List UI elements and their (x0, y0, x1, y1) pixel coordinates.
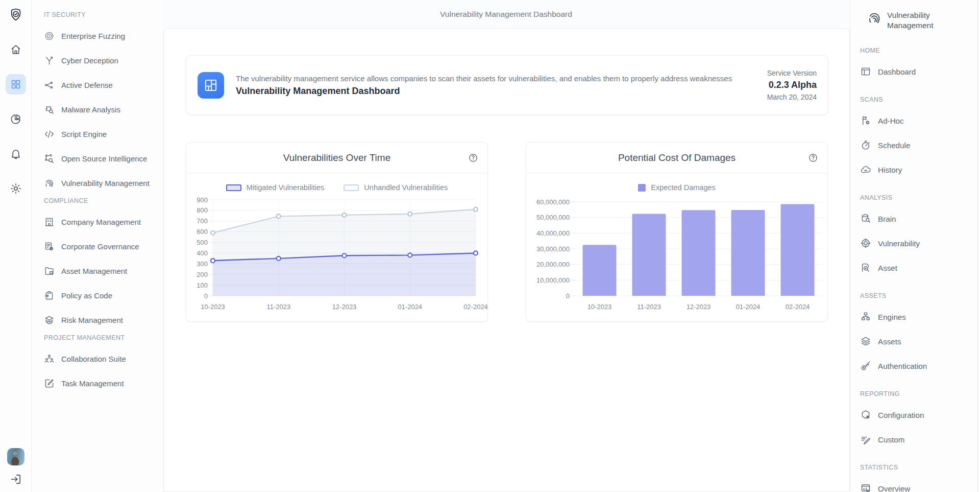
rail-settings-gear-icon[interactable] (10, 182, 22, 195)
svg-text:300: 300 (197, 260, 208, 268)
svg-text:40,000,000: 40,000,000 (536, 229, 570, 237)
app-logo-shield-icon (8, 7, 23, 22)
clipboard-arrow-icon (44, 290, 55, 301)
sidebar-item-cyber-deception[interactable]: Cyber Deception (44, 48, 162, 73)
svg-text:60,000,000: 60,000,000 (536, 198, 570, 206)
rsidebar-item-vulnerability[interactable]: Vulnerability (860, 231, 980, 255)
svg-text:400: 400 (197, 249, 208, 257)
rsidebar-item-custom[interactable]: Custom (860, 427, 980, 452)
potential-cost-of-damages-card: Potential Cost Of Damages Expected Damag… (526, 142, 828, 322)
rsidebar-item-configuration[interactable]: Configuration (860, 403, 980, 427)
rsidebar-item-label: Dashboard (878, 67, 916, 76)
logout-icon[interactable] (9, 473, 22, 486)
rsidebar-item-label: Configuration (878, 411, 924, 419)
left-sidebar: IT SECURITYEnterprise FuzzingCyber Decep… (32, 0, 162, 492)
sidebar-item-policy-as-code[interactable]: Policy as Code (44, 283, 162, 308)
sidebar-item-active-defense[interactable]: Active Defense (44, 73, 162, 97)
dashboard-tile-icon (198, 72, 224, 99)
sidebar-item-enterprise-fuzzing[interactable]: Enterprise Fuzzing (44, 24, 162, 48)
svg-text:20,000,000: 20,000,000 (536, 261, 570, 268)
building-icon (44, 217, 55, 227)
help-icon[interactable] (808, 153, 818, 163)
svg-text:01-2024: 01-2024 (398, 303, 422, 311)
service-description: The vulnerability management service all… (236, 74, 732, 83)
rsidebar-item-overview[interactable]: Overview (860, 476, 980, 492)
right-sidebar-title: Vulnerability Management (887, 10, 948, 31)
rail-dashboard-grid-icon[interactable] (6, 74, 26, 95)
main-panel: The vulnerability management service all… (163, 28, 850, 492)
rail-home-home-icon[interactable] (10, 43, 22, 56)
code-icon (44, 129, 55, 139)
sidebar-item-open-source-intelligence[interactable]: Open Source Intelligence (44, 146, 162, 171)
rsidebar-section-label: SCANS (860, 94, 980, 105)
fingerprint-icon (867, 10, 882, 26)
sidebar-item-label: Open Source Intelligence (61, 154, 147, 163)
rsidebar-section-label: REPORTING (860, 388, 980, 400)
legend-swatch (638, 184, 646, 192)
branch-icon (44, 55, 55, 66)
svg-text:100: 100 (197, 282, 208, 289)
rsidebar-item-engines[interactable]: Engines (860, 304, 980, 329)
sidebar-section-label: COMPLIANCE (44, 195, 162, 206)
rsidebar-item-asset[interactable]: Asset (860, 255, 980, 280)
rsidebar-item-dashboard[interactable]: Dashboard (860, 59, 980, 84)
sidebar-item-label: Risk Management (61, 316, 123, 324)
doc-gear-icon (44, 241, 55, 252)
hierarchy-icon (860, 311, 871, 322)
rsidebar-item-label: Schedule (878, 141, 910, 150)
info-card-text: The vulnerability management service all… (236, 74, 732, 97)
rsidebar-item-label: Engines (878, 313, 906, 321)
svg-text:12-2023: 12-2023 (687, 303, 711, 311)
rsidebar-section-label: STATISTICS (860, 462, 980, 473)
rsidebar-item-authentication[interactable]: Authentication (860, 354, 980, 378)
legend-swatch (226, 184, 241, 191)
legend-item[interactable]: Expected Damages (638, 183, 716, 192)
sidebar-item-label: Policy as Code (61, 291, 112, 300)
rail-notifications-bell-icon[interactable] (10, 148, 22, 160)
scrollbar-track[interactable] (977, 0, 978, 492)
sidebar-item-label: Corporate Governance (61, 242, 139, 251)
sidebar-item-collaboration-suite[interactable]: Collaboration Suite (44, 346, 162, 371)
sidebar-item-label: Collaboration Suite (61, 355, 126, 363)
legend-item[interactable]: Unhandled Vulnerabilities (344, 183, 448, 192)
doc-search-icon (860, 262, 871, 273)
sidebar-item-malware-analysis[interactable]: Malware Analysis (44, 97, 162, 122)
legend-label: Expected Damages (651, 183, 716, 192)
rsidebar-item-assets[interactable]: Assets (860, 329, 980, 354)
rsidebar-item-history[interactable]: History (860, 157, 980, 182)
rsidebar-item-label: Overview (878, 484, 910, 492)
chart-legend: Mitigated VulnerabilitiesUnhandled Vulne… (186, 181, 487, 194)
help-icon[interactable] (468, 153, 478, 163)
legend-swatch (344, 184, 359, 191)
info-card-title: Vulnerability Management Dashboard (236, 86, 732, 97)
user-avatar[interactable] (7, 448, 24, 465)
sidebar-item-asset-management[interactable]: Asset Management (44, 259, 162, 283)
rsidebar-section-label: ANALYSIS (860, 192, 980, 203)
sidebar-item-vulnerability-management[interactable]: Vulnerability Management (44, 171, 162, 195)
rsidebar-item-ad-hoc[interactable]: Ad-Hoc (860, 108, 980, 133)
chart-title: Vulnerabilities Over Time (283, 152, 390, 163)
chart-board-icon (860, 483, 871, 492)
flow-icon (44, 80, 55, 90)
cloud-icon (860, 164, 871, 175)
sidebar-item-script-engine[interactable]: Script Engine (44, 122, 162, 146)
rail-analytics-pie-icon[interactable] (10, 113, 22, 125)
folder-icon (44, 266, 55, 276)
sidebar-item-label: Malware Analysis (61, 105, 120, 114)
rsidebar-section-label: ASSETS (860, 290, 980, 301)
sidebar-item-task-management[interactable]: Task Management (44, 371, 162, 395)
rsidebar-item-brain[interactable]: Brain (860, 206, 980, 231)
legend-item[interactable]: Mitigated Vulnerabilities (226, 183, 325, 192)
svg-text:10-2023: 10-2023 (201, 303, 225, 311)
page-title: Vulnerability Management Dashboard (440, 10, 572, 19)
layers-icon (860, 336, 871, 347)
edit-square-icon (44, 378, 55, 389)
rsidebar-item-schedule[interactable]: Schedule (860, 133, 980, 157)
fingerprint-icon (44, 178, 55, 189)
sidebar-item-corporate-governance[interactable]: Corporate Governance (44, 234, 162, 259)
vulnerabilities-over-time-card: Vulnerabilities Over Time Mitigated Vuln… (186, 142, 488, 322)
legend-label: Mitigated Vulnerabilities (247, 183, 325, 192)
nav-rail (0, 0, 32, 492)
sidebar-item-risk-management[interactable]: Risk Management (44, 308, 162, 332)
sidebar-item-company-management[interactable]: Company Management (44, 209, 162, 234)
